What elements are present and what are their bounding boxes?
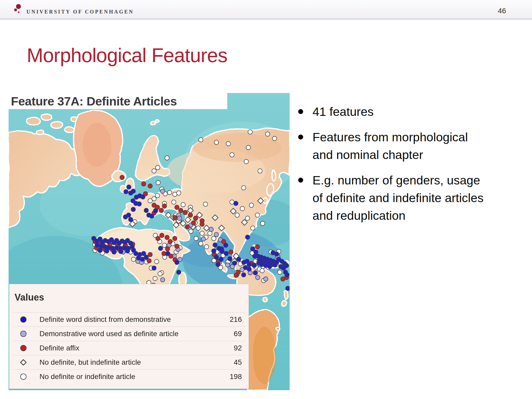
marker-blue-circle-icon — [224, 251, 229, 256]
marker-white-circle-icon — [155, 194, 160, 198]
legend-symbol-box — [18, 374, 29, 380]
marker-red-circle-icon — [120, 175, 124, 180]
marker-blue-circle-icon — [105, 249, 109, 253]
marker-blue-circle-icon — [141, 195, 145, 199]
wals-map-figure: Feature 37A: Definite Articles Values De… — [9, 93, 290, 390]
marker-white-circle-icon — [162, 243, 167, 248]
marker-white-circle-icon — [189, 229, 193, 234]
marker-purple-circle-icon — [209, 227, 214, 232]
marker-blue-circle-icon — [242, 273, 246, 277]
marker-white-circle-icon — [177, 191, 181, 195]
marker-blue-circle-icon — [175, 260, 179, 265]
bullet-text: E.g. number of genders, usage of definit… — [312, 171, 483, 224]
legend-circle-icon — [20, 345, 26, 351]
marker-red-circle-icon — [147, 259, 151, 263]
marker-purple-circle-icon — [264, 277, 268, 281]
legend-label: Definite word distinct from demonstrativ… — [39, 315, 213, 324]
marker-blue-circle-icon — [247, 267, 251, 271]
marker-white-circle-icon — [155, 260, 159, 264]
marker-red-circle-icon — [156, 236, 160, 241]
marker-blue-circle-icon — [124, 190, 128, 194]
marker-white-circle-icon — [212, 236, 216, 241]
bullet-item: E.g. number of genders, usage of definit… — [298, 171, 532, 224]
bullet-marker-icon — [298, 109, 303, 114]
marker-blue-circle-icon — [254, 250, 258, 254]
marker-blue-circle-icon — [232, 261, 237, 265]
marker-blue-circle-icon — [212, 249, 216, 253]
marker-white-circle-icon — [251, 226, 255, 230]
bullet-marker-icon — [298, 178, 303, 183]
marker-red-circle-icon — [175, 244, 179, 249]
marker-blue-circle-icon — [112, 250, 116, 254]
marker-blue-circle-icon — [268, 264, 272, 269]
marker-purple-circle-icon — [225, 263, 230, 267]
page-number: 46 — [498, 7, 506, 15]
marker-white-circle-icon — [152, 169, 156, 173]
marker-blue-circle-icon — [131, 189, 136, 194]
marker-blue-circle-icon — [144, 208, 149, 213]
marker-white-circle-icon — [168, 190, 172, 195]
marker-red-circle-icon — [173, 236, 177, 241]
marker-red-circle-icon — [281, 277, 285, 281]
marker-blue-circle-icon — [245, 259, 249, 264]
marker-white-circle-icon — [255, 213, 260, 217]
marker-blue-circle-icon — [237, 257, 241, 262]
legend-label: Definite affix — [39, 344, 213, 352]
marker-purple-circle-icon — [256, 275, 260, 280]
marker-white-circle-icon — [199, 242, 203, 246]
marker-white-circle-icon — [226, 142, 231, 146]
legend-heading: Values — [15, 292, 44, 303]
marker-blue-circle-icon — [234, 201, 238, 206]
marker-blue-circle-icon — [152, 266, 156, 270]
marker-blue-circle-icon — [281, 266, 286, 270]
marker-white-circle-icon — [199, 138, 203, 142]
marker-blue-circle-icon — [129, 217, 133, 222]
marker-white-circle-icon — [272, 136, 277, 141]
legend-circle-icon — [20, 316, 26, 323]
legend-label: Demonstrative word used as definite arti… — [39, 330, 213, 338]
legend-row: No definite or indefinite article198 — [13, 369, 245, 384]
legend-label: No definite or indefinite article — [39, 373, 213, 381]
marker-white-circle-icon — [230, 153, 234, 157]
marker-white-circle-icon — [258, 169, 262, 173]
legend-count: 92 — [213, 344, 243, 352]
legend-symbol-box — [18, 360, 29, 365]
bullet-text: Features from morphological and nominal … — [312, 128, 468, 164]
legend-circle-icon — [20, 331, 26, 337]
marker-red-circle-icon — [173, 216, 177, 220]
marker-white-circle-icon — [235, 213, 240, 217]
marker-blue-circle-icon — [285, 273, 289, 277]
marker-blue-circle-icon — [219, 257, 223, 262]
marker-red-circle-icon — [183, 210, 188, 215]
university-name: UNIVERSITY OF COPENHAGEN — [26, 9, 134, 15]
bullet-item: 41 features — [298, 103, 532, 121]
marker-white-circle-icon — [242, 186, 246, 190]
marker-red-circle-icon — [234, 273, 238, 278]
marker-red-circle-icon — [165, 235, 169, 240]
marker-red-circle-icon — [188, 213, 193, 217]
marker-blue-circle-icon — [224, 243, 228, 248]
marker-blue-circle-icon — [125, 249, 130, 253]
legend-row: Demonstrative word used as definite arti… — [13, 327, 245, 341]
legend-count: 45 — [213, 358, 243, 367]
marker-red-circle-icon — [142, 182, 146, 186]
legend-count: 198 — [213, 373, 243, 381]
marker-white-circle-icon — [153, 276, 157, 281]
marker-white-circle-icon — [278, 270, 282, 275]
tasmania — [263, 297, 267, 302]
marker-red-circle-icon — [175, 205, 179, 210]
marker-white-circle-icon — [165, 156, 169, 160]
marker-blue-circle-icon — [252, 263, 257, 268]
marker-blue-circle-icon — [286, 286, 290, 291]
slide-page: UNIVERSITY OF COPENHAGEN 46 Morphologica… — [0, 0, 532, 399]
marker-blue-circle-icon — [220, 249, 224, 254]
marker-blue-circle-icon — [158, 246, 163, 251]
marker-red-circle-icon — [159, 208, 164, 213]
legend-rows: Definite word distinct from demonstrativ… — [9, 312, 249, 384]
marker-red-circle-icon — [160, 233, 164, 238]
legend-symbol-box — [18, 331, 29, 337]
marker-white-circle-icon — [261, 221, 265, 226]
marker-blue-circle-icon — [275, 252, 279, 256]
marker-white-circle-icon — [194, 236, 198, 241]
marker-white-circle-icon — [244, 159, 249, 164]
